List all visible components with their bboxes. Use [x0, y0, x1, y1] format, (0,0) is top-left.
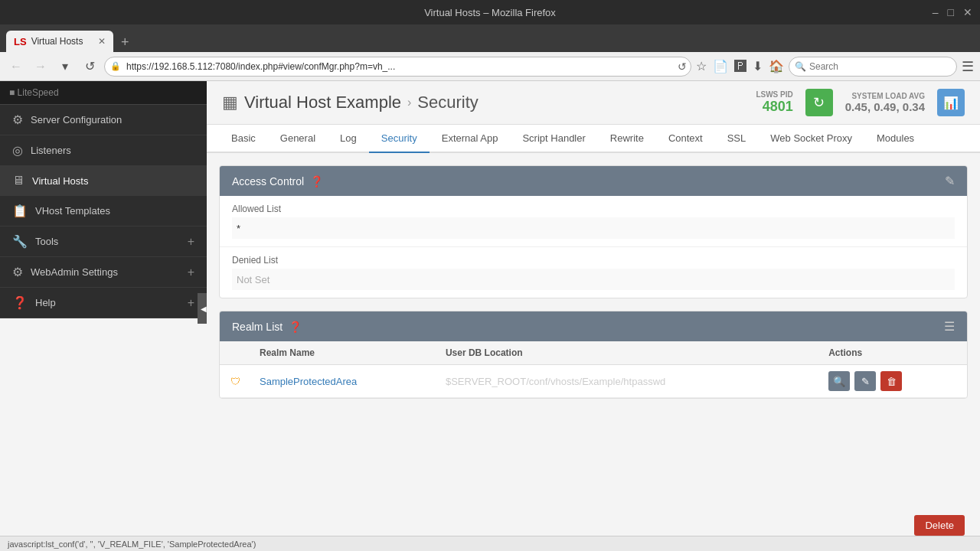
allowed-list-label: Allowed List: [232, 204, 955, 214]
chart-button[interactable]: 📊: [937, 89, 965, 116]
access-control-edit-icon[interactable]: ✎: [945, 174, 955, 188]
restart-button[interactable]: ↻: [805, 89, 833, 116]
realm-table-header-row: Realm Name User DB Location Actions: [220, 341, 967, 365]
tab-basic[interactable]: Basic: [219, 125, 268, 153]
sidebar-label-virtual-hosts: Virtual Hosts: [32, 175, 194, 187]
realm-table-head: Realm Name User DB Location Actions: [220, 341, 967, 365]
access-control-title: Access Control ❓: [232, 175, 323, 187]
refresh-button[interactable]: ↺: [80, 57, 100, 77]
back-button[interactable]: ←: [6, 57, 26, 77]
search-icon: 🔍: [795, 61, 806, 72]
history-button[interactable]: ▾: [55, 57, 75, 77]
new-tab-button[interactable]: +: [116, 34, 134, 51]
col-icon: [220, 341, 250, 365]
menu-icon[interactable]: ☰: [962, 58, 974, 75]
realm-list-add-icon[interactable]: ☰: [944, 319, 955, 334]
search-input[interactable]: [789, 57, 957, 77]
realm-action-buttons: 🔍 ✎ 🗑: [828, 371, 958, 391]
realm-list-help-icon[interactable]: ❓: [289, 321, 302, 333]
sidebar-app-label: ■ LiteSpeed: [9, 87, 59, 98]
forward-button[interactable]: →: [31, 57, 51, 77]
search-bar-wrapper: 🔍: [789, 57, 957, 77]
tab-rewrite[interactable]: Rewrite: [598, 125, 656, 153]
window-controls: – □ ✕: [933, 6, 972, 18]
realm-edit-button[interactable]: ✎: [854, 371, 876, 391]
browser-title: Virtual Hosts – Mozilla Firefox: [424, 7, 556, 18]
lock-icon: 🔒: [110, 61, 121, 71]
minimize-icon[interactable]: –: [933, 6, 939, 18]
sidebar-item-help[interactable]: ❓ Help +: [0, 288, 207, 318]
sidebar-label-server-configuration: Server Configuration: [31, 114, 194, 126]
close-icon[interactable]: ✕: [963, 6, 972, 18]
sidebar-item-server-configuration[interactable]: ⚙ Server Configuration: [0, 105, 207, 135]
realm-delete-button[interactable]: 🗑: [880, 371, 902, 391]
sidebar-label-webadmin-settings: WebAdmin Settings: [31, 266, 180, 278]
sidebar-item-vhost-templates[interactable]: 📋 VHost Templates: [0, 196, 207, 227]
tab-modules[interactable]: Modules: [864, 125, 926, 153]
server-config-icon: ⚙: [12, 112, 23, 127]
sidebar-label-help: Help: [35, 297, 180, 308]
lsws-pid-label: LSWS PID: [756, 90, 792, 99]
sidebar: ■ LiteSpeed ⚙ Server Configuration ◎ Lis…: [0, 81, 207, 318]
breadcrumb: ▦ Virtual Host Example › Security: [222, 93, 479, 112]
browser-navbar: ← → ▾ ↺ 🔒 ↺ ☆ 📄 🅿 ⬇ 🏠 🔍 ☰: [0, 52, 980, 81]
realm-name-cell: SampleProtectedArea: [250, 365, 436, 398]
breadcrumb-section: Security: [417, 93, 478, 112]
tab-external-app[interactable]: External App: [430, 125, 511, 153]
sidebar-item-virtual-hosts[interactable]: 🖥 Virtual Hosts: [0, 166, 207, 196]
help-expand-icon[interactable]: +: [188, 296, 194, 310]
tools-expand-icon[interactable]: +: [188, 235, 194, 249]
realm-table: Realm Name User DB Location Actions 🛡 Sa…: [220, 341, 967, 398]
home-icon[interactable]: 🏠: [769, 59, 784, 73]
realm-list-header: Realm List ❓ ☰: [220, 311, 967, 341]
webadmin-icon: ⚙: [12, 265, 23, 279]
col-actions: Actions: [819, 341, 967, 365]
realm-list-card: Realm List ❓ ☰ Realm Name User DB Locati…: [219, 311, 968, 399]
main-content: ▦ Virtual Host Example › Security LSWS P…: [207, 81, 980, 536]
address-bar-wrapper: 🔒 ↺: [104, 57, 691, 77]
tab-script-handler[interactable]: Script Handler: [510, 125, 597, 153]
vhost-templates-icon: 📋: [12, 204, 28, 218]
tab-log[interactable]: Log: [328, 125, 369, 153]
tab-ls-icon: LS: [14, 36, 27, 47]
webadmin-expand-icon[interactable]: +: [188, 266, 194, 279]
tools-icon: 🔧: [12, 234, 28, 249]
vhost-name: Virtual Host Example: [244, 93, 401, 112]
realm-name-link[interactable]: SampleProtectedArea: [260, 376, 357, 387]
bookmark-icon[interactable]: ☆: [696, 59, 707, 73]
reload-button[interactable]: ↺: [678, 60, 687, 73]
denied-list-value: Not Set: [232, 269, 955, 290]
realm-shield-icon: 🛡: [220, 365, 250, 398]
access-control-help-icon[interactable]: ❓: [310, 175, 323, 187]
system-load-block: SYSTEM LOAD AVG 0.45, 0.49, 0.34: [845, 92, 925, 113]
sidebar-item-webadmin-settings[interactable]: ⚙ WebAdmin Settings +: [0, 257, 207, 288]
maximize-icon[interactable]: □: [948, 6, 954, 18]
tab-security[interactable]: Security: [369, 125, 430, 153]
status-bar: javascript:lst_conf('d', '', 'V_REALM_FI…: [0, 536, 980, 551]
browser-tab-virtual-hosts[interactable]: LS Virtual Hosts ✕: [6, 31, 113, 52]
breadcrumb-separator: ›: [407, 96, 411, 109]
tab-ssl[interactable]: SSL: [715, 125, 759, 153]
status-text: javascript:lst_conf('d', '', 'V_REALM_FI…: [8, 540, 256, 549]
sidebar-header: ■ LiteSpeed: [0, 81, 207, 105]
denied-list-row: Denied List Not Set: [220, 247, 967, 298]
tab-general[interactable]: General: [268, 125, 328, 153]
address-input[interactable]: [104, 57, 691, 77]
realm-view-button[interactable]: 🔍: [828, 371, 850, 391]
sidebar-item-tools[interactable]: 🔧 Tools +: [0, 227, 207, 257]
download-icon[interactable]: ⬇: [753, 59, 763, 73]
lsws-pid-block: LSWS PID 4801: [756, 90, 792, 115]
delete-popup-button[interactable]: Delete: [914, 515, 965, 536]
tab-close-button[interactable]: ✕: [98, 36, 106, 47]
tab-web-socket-proxy[interactable]: Web Socket Proxy: [758, 125, 864, 153]
sidebar-item-listeners[interactable]: ◎ Listeners: [0, 135, 207, 166]
reader-icon[interactable]: 📄: [713, 59, 728, 73]
browser-tabbar: LS Virtual Hosts ✕ +: [0, 24, 980, 52]
realm-table-body: 🛡 SampleProtectedArea $SERVER_ROOT/conf/…: [220, 365, 967, 398]
tab-context[interactable]: Context: [656, 125, 715, 153]
sidebar-label-tools: Tools: [35, 236, 180, 247]
pocket-icon[interactable]: 🅿: [734, 60, 746, 73]
table-row: 🛡 SampleProtectedArea $SERVER_ROOT/conf/…: [220, 365, 967, 398]
allowed-list-row: Allowed List *: [220, 196, 967, 247]
system-load-value: 0.45, 0.49, 0.34: [845, 100, 925, 113]
